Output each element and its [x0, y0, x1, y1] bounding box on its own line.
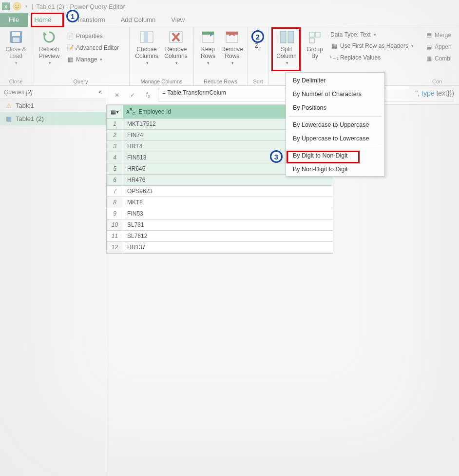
- menu-uppercase-to-lowercase[interactable]: By Uppercase to Lowercase: [286, 132, 384, 145]
- table-row[interactable]: 12HR137: [107, 242, 333, 253]
- table-row[interactable]: 9FIN53: [107, 208, 333, 219]
- table-row[interactable]: 8MKT8: [107, 197, 333, 208]
- table-options-button[interactable]: ▦▾: [107, 105, 123, 118]
- merge-queries-button[interactable]: ⬒Merge: [424, 30, 453, 40]
- save-disk-icon: [8, 29, 24, 45]
- cell-employee-id: FIN53: [123, 208, 333, 219]
- query-item-table1[interactable]: ⚠ Table1: [0, 99, 106, 112]
- data-type-button[interactable]: Data Type: Text▾: [329, 30, 415, 39]
- choose-columns-button[interactable]: Choose Columns▾: [134, 29, 160, 65]
- cell-employee-id: HR137: [123, 242, 333, 253]
- row-number: 8: [107, 197, 123, 208]
- tab-view[interactable]: View: [163, 13, 192, 27]
- menu-by-positions[interactable]: By Positions: [286, 101, 384, 115]
- qat-dropdown-icon[interactable]: ▾: [24, 4, 29, 9]
- svg-rect-7: [13, 38, 19, 42]
- chevron-down-icon: ▾: [15, 60, 18, 65]
- table-icon: ▦▾: [111, 108, 119, 115]
- table-header-icon: ▦: [330, 42, 338, 50]
- svg-rect-9: [144, 32, 148, 42]
- keep-rows-button[interactable]: Keep Rows▾: [198, 29, 218, 65]
- chevron-down-icon: ▾: [175, 60, 178, 65]
- group-by-button[interactable]: Group By: [303, 29, 326, 60]
- split-column-button[interactable]: Split Column▾: [273, 29, 300, 65]
- callout-3: 3: [270, 150, 283, 163]
- queries-header: Queries [2]: [4, 89, 33, 96]
- merge-label: Merge: [435, 32, 451, 39]
- warning-icon: ⚠: [6, 102, 12, 109]
- row-number: 10: [107, 219, 123, 230]
- row-number: 11: [107, 231, 123, 241]
- smiley-icon[interactable]: [13, 2, 21, 11]
- table-row[interactable]: 11SL7612: [107, 231, 333, 242]
- refresh-preview-button[interactable]: Refresh Preview ▾: [36, 29, 62, 65]
- advanced-editor-button[interactable]: 📝Advanced Editor: [65, 43, 120, 53]
- fx-button[interactable]: fx: [142, 89, 154, 101]
- group-label-close: Close: [4, 78, 28, 84]
- properties-button[interactable]: 📄Properties: [65, 31, 120, 41]
- choose-columns-icon: [139, 29, 154, 45]
- svg-rect-17: [309, 32, 314, 37]
- refresh-icon: [41, 29, 57, 45]
- keep-rows-icon: [200, 29, 216, 45]
- titlebar-separator: |: [32, 3, 33, 10]
- first-row-headers-button[interactable]: ▦Use First Row as Headers▾: [329, 41, 415, 51]
- chevron-down-icon: ▾: [146, 60, 149, 65]
- chevron-down-icon: ▾: [49, 60, 51, 65]
- remove-columns-button[interactable]: Remove Columns▾: [163, 29, 189, 65]
- cell-employee-id: SL731: [123, 219, 333, 230]
- formula-cancel-button[interactable]: ✕: [111, 89, 123, 101]
- svg-text:x: x: [4, 3, 8, 9]
- menu-by-delimiter[interactable]: By Delimiter: [286, 74, 384, 87]
- menu-separator: [289, 116, 382, 117]
- tab-home[interactable]: Home: [28, 13, 58, 27]
- remove-columns-icon: [168, 29, 184, 45]
- group-label-combine: Con: [424, 78, 450, 84]
- tab-add-column[interactable]: Add Column: [113, 13, 164, 27]
- append-icon: ⬓: [425, 43, 433, 51]
- row-number: 2: [107, 130, 123, 140]
- grid-icon: ▦: [66, 56, 74, 63]
- replace-values-label: Replace Values: [340, 54, 381, 61]
- row-number: 6: [107, 175, 123, 185]
- menu-lowercase-to-uppercase[interactable]: By Lowercase to Uppercase: [286, 118, 384, 132]
- split-column-icon: [279, 29, 294, 45]
- combine-label: Combi: [435, 55, 452, 62]
- menu-digit-to-nondigit[interactable]: By Digit to Non-Digit: [286, 149, 384, 162]
- manage-button[interactable]: ▦Manage▾: [65, 55, 120, 64]
- main-area: ✕ ✓ fx = Table.TransformColum ", type te…: [106, 86, 459, 476]
- append-queries-button[interactable]: ⬓Appen: [424, 42, 453, 52]
- chevron-down-icon: ▾: [374, 32, 376, 37]
- svg-rect-19: [309, 38, 314, 43]
- query-item-table1-2[interactable]: ▦ Table1 (2): [0, 112, 106, 125]
- close-load-label: Close & Load: [5, 46, 26, 60]
- remove-rows-button[interactable]: Remove Rows▾: [221, 29, 243, 65]
- close-and-load-button[interactable]: Close & Load ▾: [4, 29, 28, 65]
- split-column-menu: By Delimiter By Number of Characters By …: [286, 72, 385, 177]
- refresh-preview-label: Refresh Preview: [39, 46, 60, 60]
- cell-employee-id: SL7612: [123, 231, 333, 241]
- cell-employee-id: MKT8: [123, 197, 333, 208]
- menu-by-number-of-characters[interactable]: By Number of Characters: [286, 87, 384, 101]
- table-row[interactable]: 7OPS9623: [107, 186, 333, 197]
- properties-icon: 📄: [66, 32, 74, 40]
- combine-files-button[interactable]: ▦Combi: [424, 54, 453, 63]
- manage-label: Manage: [76, 56, 97, 63]
- queries-panel: Queries [2] < ⚠ Table1 ▦ Table1 (2): [0, 86, 106, 476]
- remove-rows-icon: [224, 29, 240, 45]
- split-column-label: Split Column: [276, 46, 296, 60]
- replace-values-button[interactable]: ¹→₂Replace Values: [329, 53, 415, 62]
- collapse-panel-icon[interactable]: <: [98, 89, 102, 96]
- callout-1: 1: [66, 10, 79, 22]
- svg-point-2: [13, 2, 21, 10]
- menu-nondigit-to-digit[interactable]: By Non-Digit to Digit: [286, 162, 384, 176]
- formula-accept-button[interactable]: ✓: [127, 89, 138, 101]
- menu-separator: [289, 147, 382, 147]
- row-number: 3: [107, 141, 123, 152]
- append-label: Appen: [435, 43, 452, 50]
- table-row[interactable]: 10SL731: [107, 219, 333, 231]
- first-row-headers-label: Use First Row as Headers: [340, 42, 408, 49]
- tab-file[interactable]: File: [0, 13, 28, 27]
- svg-rect-18: [315, 32, 320, 37]
- group-label-sort: Sort: [251, 78, 265, 84]
